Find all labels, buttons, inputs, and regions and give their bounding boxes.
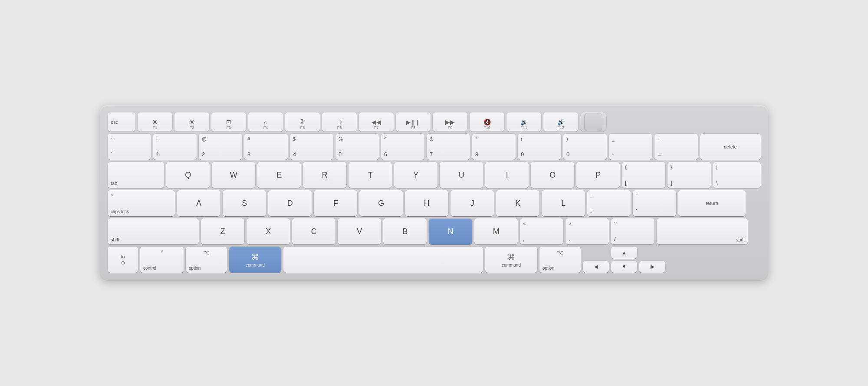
key-bracket-right[interactable]: } ] [667, 162, 711, 188]
key-backtick[interactable]: ~ ` [108, 134, 151, 160]
key-period-top: > [569, 221, 571, 226]
key-3[interactable]: # 3 [244, 134, 288, 160]
key-f1[interactable]: ☀︎ F1 [138, 112, 172, 132]
key-u[interactable]: U [440, 162, 483, 188]
key-f12[interactable]: 🔊 F12 [543, 112, 578, 132]
key-quote-top: " [636, 193, 638, 198]
key-esc[interactable]: esc [108, 112, 135, 132]
asdf-row: caps lock A S D F G H J K L : ; [108, 190, 760, 216]
key-7[interactable]: & 7 [427, 134, 470, 160]
arrow-up-row: ▲ [583, 247, 665, 259]
key-j[interactable]: J [450, 190, 494, 216]
key-0-bottom: 0 [566, 151, 569, 158]
key-f7[interactable]: ◀◀ F7 [359, 112, 394, 132]
key-z[interactable]: Z [201, 218, 244, 244]
key-1[interactable]: ! 1 [153, 134, 197, 160]
key-bracket-left[interactable]: { [ [622, 162, 665, 188]
key-f9[interactable]: ▶▶ F9 [433, 112, 467, 132]
key-y[interactable]: Y [394, 162, 437, 188]
key-shift-right[interactable]: shift [657, 218, 748, 244]
key-n[interactable]: N [429, 218, 472, 244]
key-command-right[interactable]: ⌘ command [485, 247, 537, 273]
key-arrow-right[interactable]: ▶ [639, 261, 665, 273]
key-command-left[interactable]: ⌘ command [229, 247, 281, 273]
bottom-row: fn ⊕ ⌃ control ⌥ option ⌘ command ⌘ comm… [108, 247, 760, 273]
key-control[interactable]: ⌃ control [140, 247, 184, 273]
key-7-bottom: 7 [430, 151, 433, 158]
f9-icon: ▶▶ [445, 119, 455, 125]
key-equals-bottom: = [658, 151, 661, 158]
key-x[interactable]: X [247, 218, 290, 244]
key-q[interactable]: Q [166, 162, 210, 188]
key-4[interactable]: $ 4 [290, 134, 333, 160]
key-f2[interactable]: ☀ F2 [174, 112, 209, 132]
key-9[interactable]: ( 9 [518, 134, 561, 160]
key-8[interactable]: * 8 [472, 134, 516, 160]
key-g[interactable]: G [359, 190, 403, 216]
key-backtick-bottom: ` [111, 151, 112, 158]
key-s[interactable]: S [223, 190, 266, 216]
key-r-label: R [322, 171, 328, 180]
key-backslash[interactable]: | \ [713, 162, 761, 188]
key-fn[interactable]: fn ⊕ [108, 247, 138, 273]
key-backslash-bottom: \ [716, 179, 718, 186]
key-c[interactable]: C [292, 218, 335, 244]
key-slash[interactable]: ? / [611, 218, 654, 244]
key-r[interactable]: R [303, 162, 346, 188]
key-t[interactable]: T [349, 162, 392, 188]
key-d[interactable]: D [268, 190, 312, 216]
key-o[interactable]: O [531, 162, 574, 188]
key-space[interactable] [283, 247, 483, 273]
key-p[interactable]: P [576, 162, 620, 188]
key-return[interactable]: return [678, 190, 746, 216]
touch-id-button[interactable] [580, 112, 606, 132]
key-h[interactable]: H [405, 190, 448, 216]
key-quote[interactable]: " ' [633, 190, 676, 216]
key-f[interactable]: F [314, 190, 357, 216]
key-6-bottom: 6 [384, 151, 387, 158]
key-return-label: return [706, 201, 718, 206]
f6-label: F6 [322, 125, 357, 130]
key-minus[interactable]: _ - [609, 134, 652, 160]
key-command-left-label: command [246, 263, 265, 267]
key-shift-left[interactable]: shift [108, 218, 199, 244]
key-f8[interactable]: ▶❙❙ F8 [396, 112, 431, 132]
key-f5[interactable]: 🎙 F5 [285, 112, 320, 132]
key-f6[interactable]: ☽ F6 [322, 112, 357, 132]
key-f10[interactable]: 🔇 F10 [470, 112, 504, 132]
key-arrow-left[interactable]: ◀ [583, 261, 609, 273]
key-equals[interactable]: + = [654, 134, 698, 160]
key-x-label: X [266, 227, 271, 236]
key-period[interactable]: > . [566, 218, 609, 244]
key-i[interactable]: I [485, 162, 529, 188]
key-e[interactable]: E [257, 162, 301, 188]
key-option-right[interactable]: ⌥ option [539, 247, 581, 273]
key-0[interactable]: ) 0 [563, 134, 607, 160]
key-control-icon: ⌃ [160, 249, 164, 256]
key-semicolon[interactable]: : ; [587, 190, 631, 216]
key-6[interactable]: ^ 6 [381, 134, 424, 160]
key-f4[interactable]: ⌕ F4 [248, 112, 283, 132]
key-option-left[interactable]: ⌥ option [186, 247, 227, 273]
key-f3[interactable]: ⊡ F3 [211, 112, 246, 132]
key-2[interactable]: @ 2 [199, 134, 242, 160]
key-delete[interactable]: delete [700, 134, 761, 160]
f3-label: F3 [211, 125, 246, 130]
key-arrow-down[interactable]: ▼ [611, 261, 637, 273]
key-f11[interactable]: 🔉 F11 [506, 112, 541, 132]
f10-label: F10 [470, 125, 504, 130]
key-l[interactable]: L [542, 190, 585, 216]
key-w[interactable]: W [212, 162, 255, 188]
key-capslock[interactable]: caps lock [108, 190, 175, 216]
key-m[interactable]: M [474, 218, 518, 244]
key-b[interactable]: B [383, 218, 427, 244]
key-comma[interactable]: < , [520, 218, 563, 244]
key-v[interactable]: V [338, 218, 381, 244]
key-option-left-icon: ⌥ [203, 249, 210, 256]
key-a[interactable]: A [177, 190, 220, 216]
key-arrow-up[interactable]: ▲ [611, 247, 637, 259]
key-k[interactable]: K [496, 190, 539, 216]
arrow-lr-row: ◀ ▼ ▶ [583, 261, 665, 273]
key-5[interactable]: % 5 [335, 134, 379, 160]
key-tab[interactable]: tab [108, 162, 164, 188]
